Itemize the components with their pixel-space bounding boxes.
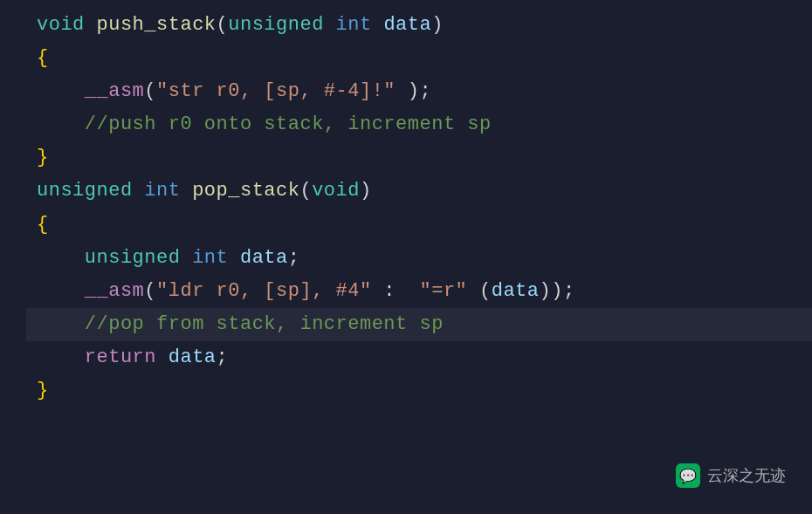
watermark-text: 云深之无迹 bbox=[707, 465, 786, 486]
code-text: //pop from stack, increment sp bbox=[37, 310, 444, 339]
code-line: return data; bbox=[26, 341, 812, 374]
code-token: __asm bbox=[85, 80, 145, 102]
code-token: "str r0, [sp, #-4]!" bbox=[156, 80, 396, 102]
code-line: } bbox=[26, 374, 812, 408]
watermark-icon: 💬 bbox=[676, 463, 700, 488]
code-token: data bbox=[240, 247, 288, 269]
code-line: { bbox=[26, 209, 812, 242]
code-token: void bbox=[37, 14, 97, 36]
code-token: //pop from stack, increment sp bbox=[85, 313, 444, 335]
code-text: } bbox=[37, 376, 49, 406]
code-token: ( bbox=[299, 180, 312, 202]
code-token: data bbox=[492, 280, 540, 302]
code-line: //push r0 onto stack, increment sp bbox=[26, 108, 812, 141]
code-token: } bbox=[37, 380, 49, 401]
code-token: )); bbox=[540, 280, 575, 302]
code-token: ) bbox=[431, 14, 444, 36]
code-token: ; bbox=[217, 346, 229, 368]
code-line: { bbox=[26, 42, 812, 75]
code-token: int bbox=[192, 247, 240, 269]
code-token bbox=[37, 247, 85, 269]
code-text: { bbox=[37, 210, 49, 240]
code-token bbox=[37, 280, 85, 302]
code-text: } bbox=[37, 143, 49, 173]
code-token: data bbox=[383, 14, 431, 36]
code-token: return bbox=[85, 346, 169, 368]
code-line: //pop from stack, increment sp bbox=[26, 308, 812, 341]
code-container: void push_stack(unsigned int data){ __as… bbox=[0, 0, 812, 514]
code-line: __asm("ldr r0, [sp], #4" : "=r" (data)); bbox=[26, 275, 812, 308]
code-line: unsigned int data; bbox=[26, 242, 812, 275]
code-token: //push r0 onto stack, increment sp bbox=[85, 113, 492, 135]
code-token: ( bbox=[144, 280, 156, 302]
code-token bbox=[37, 313, 85, 335]
code-token: data bbox=[169, 346, 217, 368]
code-text: void push_stack(unsigned int data) bbox=[37, 10, 444, 40]
code-token: ( bbox=[467, 280, 491, 302]
code-text: __asm("str r0, [sp, #-4]!" ); bbox=[37, 77, 431, 106]
code-line: __asm("str r0, [sp, #-4]!" ); bbox=[26, 75, 812, 108]
code-text: unsigned int pop_stack(void) bbox=[37, 176, 372, 206]
watermark: 💬 云深之无迹 bbox=[676, 463, 786, 488]
code-token: unsigned bbox=[37, 180, 144, 202]
code-token: unsigned bbox=[228, 14, 335, 36]
code-token: int bbox=[144, 180, 192, 202]
code-line: } bbox=[26, 141, 812, 175]
code-token: __asm bbox=[85, 280, 145, 302]
code-token: "ldr r0, [sp], #4" bbox=[156, 280, 372, 302]
code-token: int bbox=[336, 14, 384, 36]
code-line: unsigned int pop_stack(void) bbox=[26, 175, 812, 208]
code-text: unsigned int data; bbox=[37, 243, 299, 273]
code-token bbox=[37, 113, 85, 135]
code-token: unsigned bbox=[85, 247, 192, 269]
code-token: ( bbox=[217, 14, 229, 36]
code-token: } bbox=[37, 147, 49, 168]
code-line: void push_stack(unsigned int data) bbox=[26, 9, 812, 42]
code-token: : bbox=[372, 280, 420, 302]
code-token: void bbox=[312, 180, 360, 202]
code-block: void push_stack(unsigned int data){ __as… bbox=[0, 0, 812, 416]
code-text: { bbox=[37, 44, 49, 73]
code-token: { bbox=[37, 214, 49, 236]
code-text: //push r0 onto stack, increment sp bbox=[37, 110, 492, 140]
code-token: { bbox=[37, 47, 49, 69]
code-token: ( bbox=[144, 80, 156, 102]
code-token: push_stack bbox=[97, 14, 217, 36]
code-token: ); bbox=[396, 80, 431, 102]
code-token bbox=[37, 80, 85, 102]
code-text: __asm("ldr r0, [sp], #4" : "=r" (data)); bbox=[37, 277, 575, 306]
code-token: pop_stack bbox=[192, 180, 299, 202]
code-token: ; bbox=[288, 247, 300, 269]
code-text: return data; bbox=[37, 343, 228, 373]
code-token: "=r" bbox=[419, 280, 467, 302]
code-token: ) bbox=[360, 180, 372, 202]
code-token bbox=[37, 346, 85, 368]
